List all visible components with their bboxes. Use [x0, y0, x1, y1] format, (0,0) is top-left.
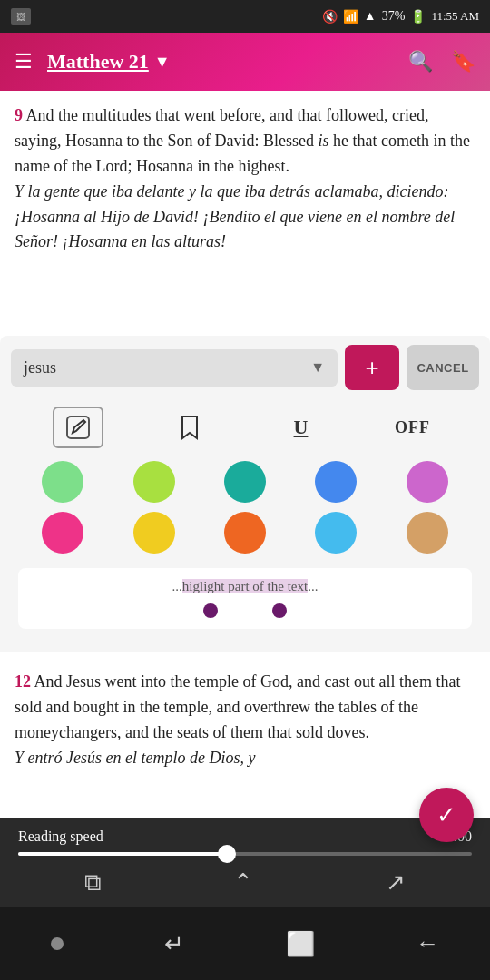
reading-speed-slider[interactable]: [18, 852, 472, 856]
highlight-preview-box: ...higlight part of the text...: [18, 568, 472, 629]
nav-forward-icon[interactable]: ←: [416, 930, 439, 957]
color-orange[interactable]: [224, 512, 266, 554]
add-tag-button[interactable]: +: [345, 345, 399, 390]
tool-icons-row: U OFF: [0, 399, 490, 452]
confirm-fab-button[interactable]: ✓: [419, 788, 474, 842]
color-pink[interactable]: [42, 512, 83, 554]
color-purple[interactable]: [407, 461, 448, 503]
bookmark-tool-icon[interactable]: [164, 407, 215, 448]
wifi-icon: 📶: [343, 9, 358, 24]
status-bar: 🖼 🔇 📶 ▲ 37% 🔋 11:55 AM: [0, 0, 490, 33]
color-tan[interactable]: [407, 512, 448, 554]
underline-tool-icon[interactable]: U: [276, 407, 327, 448]
share-icon[interactable]: ↗: [386, 868, 406, 897]
signal-icon: ▲: [364, 9, 377, 24]
menu-icon[interactable]: ☰: [15, 50, 33, 74]
cancel-button[interactable]: CANCEL: [407, 345, 479, 390]
mute-icon: 🔇: [322, 9, 338, 24]
slider-fill: [18, 852, 227, 856]
svg-rect-0: [67, 416, 89, 438]
color-blue[interactable]: [315, 461, 357, 503]
preview-handles: [33, 603, 457, 618]
color-yellow[interactable]: [133, 512, 175, 554]
verse-spanish-below: Y entró Jesús en el templo de Dios, y: [15, 749, 255, 767]
nav-home-icon[interactable]: [51, 937, 64, 950]
bible-text-below: 12 And Jesus went into the temple of God…: [0, 661, 490, 780]
battery-text: 37%: [382, 9, 406, 24]
chevron-up-icon[interactable]: ⌃: [233, 868, 253, 897]
preview-dot-right[interactable]: [272, 603, 287, 618]
verse-text-12: And Jesus went into the temple of God, a…: [15, 672, 460, 741]
highlight-panel: jesus ▼ + CANCEL U OFF: [0, 336, 490, 652]
verse-spanish-9: Y la gente que iba delante y la que iba …: [15, 182, 455, 251]
bottom-controls: Reading speed 1.00 ⧉ ⌃ ↗: [0, 818, 490, 907]
edit-tool-icon[interactable]: [53, 407, 103, 448]
photo-icon: 🖼: [11, 8, 31, 24]
bookmark-icon[interactable]: 🔖: [451, 50, 475, 74]
status-time: 11:55 AM: [431, 9, 479, 24]
bible-text-above: 9 And the multitudes that went before, a…: [0, 91, 490, 264]
bottom-icons-row: ⧉ ⌃ ↗: [18, 868, 472, 897]
tag-input-value: jesus: [24, 358, 56, 377]
book-title[interactable]: Matthew 21: [47, 50, 149, 74]
color-light-blue[interactable]: [315, 512, 357, 554]
color-yellow-green[interactable]: [133, 461, 175, 503]
off-toggle[interactable]: OFF: [387, 407, 438, 448]
color-grid: [0, 452, 490, 563]
verse-italic-9: is: [318, 132, 328, 150]
color-teal[interactable]: [224, 461, 266, 503]
highlight-preview-text: ...higlight part of the text...: [33, 579, 457, 594]
tag-row: jesus ▼ + CANCEL: [0, 336, 490, 399]
check-icon: ✓: [436, 801, 456, 829]
title-dropdown-icon[interactable]: ▼: [154, 53, 171, 72]
copy-icon[interactable]: ⧉: [84, 869, 102, 897]
slider-thumb[interactable]: [218, 845, 236, 863]
search-icon[interactable]: 🔍: [408, 50, 433, 74]
tag-input-container[interactable]: jesus ▼: [11, 349, 338, 387]
reading-speed-label: Reading speed: [18, 828, 103, 845]
battery-icon: 🔋: [410, 9, 426, 24]
color-light-green[interactable]: [42, 461, 83, 503]
nav-recents-icon[interactable]: ⬜: [286, 930, 315, 958]
nav-back-icon[interactable]: ↵: [164, 930, 184, 958]
tag-dropdown-icon[interactable]: ▼: [310, 359, 325, 376]
preview-dot-left[interactable]: [203, 603, 218, 618]
nav-bar: ↵ ⬜ ←: [0, 907, 490, 980]
highlight-sample: higlight part of the text: [182, 579, 308, 593]
app-header: ☰ Matthew 21 ▼ 🔍 🔖: [0, 33, 490, 91]
verse-number-9: 9: [15, 106, 23, 124]
verse-number-12: 12: [15, 672, 31, 691]
